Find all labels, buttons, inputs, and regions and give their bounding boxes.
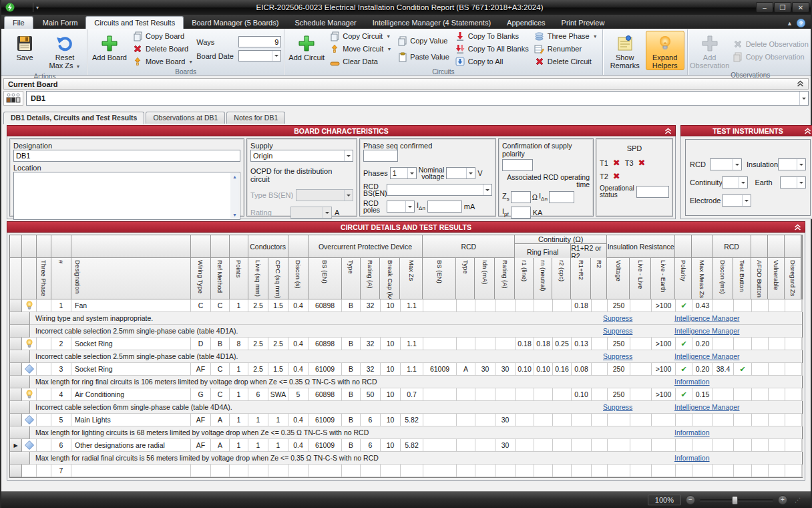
cell-testbtn[interactable] [734,414,752,426]
cell-rn[interactable]: 0.18 [534,338,553,350]
cell-le[interactable] [652,465,676,477]
cell-rcd_bs[interactable] [423,338,457,350]
menu-tab-file[interactable]: File [4,16,33,29]
menu-tab-print-preview[interactable]: Print Preview [554,17,613,29]
cell-maxmeas[interactable] [692,414,713,426]
scrollbar[interactable]: ▲▼ [230,173,239,219]
helper-bulb-icon[interactable] [22,338,37,350]
cell-opd_type[interactable] [342,465,361,477]
tab-db1-details[interactable]: DB1 Details, Circuits and Test Results [3,112,144,124]
cell-opd_type[interactable]: B [342,299,361,312]
phase-seq-input[interactable] [363,150,398,162]
cell-three_phase[interactable] [37,439,51,452]
cell-designation[interactable]: Fan [71,299,191,312]
intelligence-manager-link[interactable]: Intelligence Manager [674,327,739,335]
cell-rcd_bs[interactable] [423,439,457,452]
cell-opd_break[interactable] [381,465,401,477]
cell-points[interactable]: 1 [230,363,248,376]
cell-maxmeas[interactable] [692,439,713,452]
cell-r1[interactable] [516,465,534,477]
cell-points[interactable] [230,465,248,477]
cell-vuln[interactable] [769,338,785,350]
cell-three_phase[interactable] [37,299,51,312]
cell-maxmeas[interactable]: 0.15 [692,388,713,401]
cell-disr[interactable] [785,338,802,350]
cell-cpc[interactable]: 1.5 [268,299,288,312]
cell-afdd[interactable] [752,439,769,452]
cell-wiring[interactable]: AF [191,439,211,452]
move-board-button[interactable]: Move Board ▼ [130,56,195,67]
cell-ref[interactable]: C [211,363,230,376]
idn-input[interactable] [427,201,462,213]
cell-three_phase[interactable] [37,465,51,477]
save-button[interactable]: Save [5,31,44,72]
cell-rcd_rating[interactable] [495,388,516,401]
suppress-link[interactable]: Suppress [603,314,632,322]
ti-earth-combo[interactable] [780,176,806,188]
cell-cpc[interactable]: 1.5 [268,363,288,376]
cell-r2[interactable]: 0.25 [553,338,572,350]
cell-r2[interactable] [553,414,572,426]
cell-wiring[interactable]: AF [191,363,211,376]
cell-wiring[interactable]: D [191,338,211,350]
cell-points[interactable]: 1 [230,439,248,452]
cell-opd_rating[interactable]: 6 [361,439,381,452]
cell-points[interactable]: 1 [230,388,248,401]
cell-rcd_type[interactable] [457,465,475,477]
cell-live[interactable]: 1 [248,439,268,452]
zoom-in-button[interactable]: + [778,495,787,505]
suppress-link[interactable]: Suppress [603,403,632,411]
ti-continuity-combo[interactable] [722,176,748,188]
menu-tab-circuits-and-test-results[interactable]: Circuits and Test Results [85,16,184,29]
cell-num[interactable]: 5 [51,414,71,426]
cell-rcd_idn[interactable] [475,414,495,426]
cell-opd_rating[interactable]: 50 [361,388,381,401]
helper-bulb-icon[interactable] [22,388,37,401]
rcd-bsen-combo[interactable] [387,184,492,196]
cell-rcd_bs[interactable] [423,465,457,477]
collapse-chevron-icon[interactable] [804,128,811,135]
copy-observation-button[interactable]: Copy Observation [731,51,811,62]
ipf-input[interactable] [511,207,531,219]
designation-input[interactable] [13,150,240,162]
cell-le[interactable] [652,439,676,452]
row-selector[interactable] [10,414,22,426]
cell-le[interactable]: >100 [652,388,676,401]
intelligence-manager-link[interactable]: Intelligence Manager [674,352,739,360]
cell-opd_bs[interactable]: 60898 [309,338,342,350]
cell-three_phase[interactable] [37,388,51,401]
cell-wiring[interactable]: G [191,388,211,401]
cell-rcd_idn[interactable] [475,388,495,401]
cell-three_phase[interactable] [37,414,51,426]
cell-le[interactable]: >100 [652,338,676,350]
cell-ref[interactable] [211,465,230,477]
collapse-chevron-icon[interactable] [664,128,672,135]
cell-R2[interactable] [592,338,608,350]
cell-opd_bs[interactable] [309,465,342,477]
cell-discon[interactable]: 0.4 [288,439,309,452]
cell-discon[interactable] [288,465,309,477]
cell-opd_type[interactable]: B [342,363,361,376]
cell-rcd_idn[interactable]: 30 [475,363,495,376]
cell-disr[interactable] [785,299,802,312]
cell-rcd_type[interactable] [457,388,475,401]
collapse-chevron-icon[interactable] [794,224,801,231]
move-circuit-button[interactable]: Move Circuit ▼ [327,43,393,54]
cell-r1r2[interactable] [572,439,592,452]
cell-R2[interactable] [592,465,608,477]
cell-designation[interactable]: Main Lights [71,414,191,426]
cell-le[interactable]: >100 [652,363,676,376]
cell-points[interactable]: 8 [230,338,248,350]
cell-rcd_type[interactable]: A [457,363,475,376]
cell-ll[interactable] [630,363,652,376]
helper-info-icon[interactable] [22,363,37,376]
cell-cpc[interactable] [268,465,288,477]
cell-rn[interactable] [534,465,553,477]
cell-opd_bs[interactable]: 61009 [309,439,342,452]
cell-opd_rating[interactable]: 32 [361,338,381,350]
cell-polarity[interactable]: ✔ [676,363,692,376]
cell-opd_type[interactable]: B [342,388,361,401]
add-observation-button[interactable]: AddObservation [690,31,729,70]
cell-opd_maxzs[interactable]: 5.82 [401,414,423,426]
cell-vuln[interactable] [769,299,785,312]
